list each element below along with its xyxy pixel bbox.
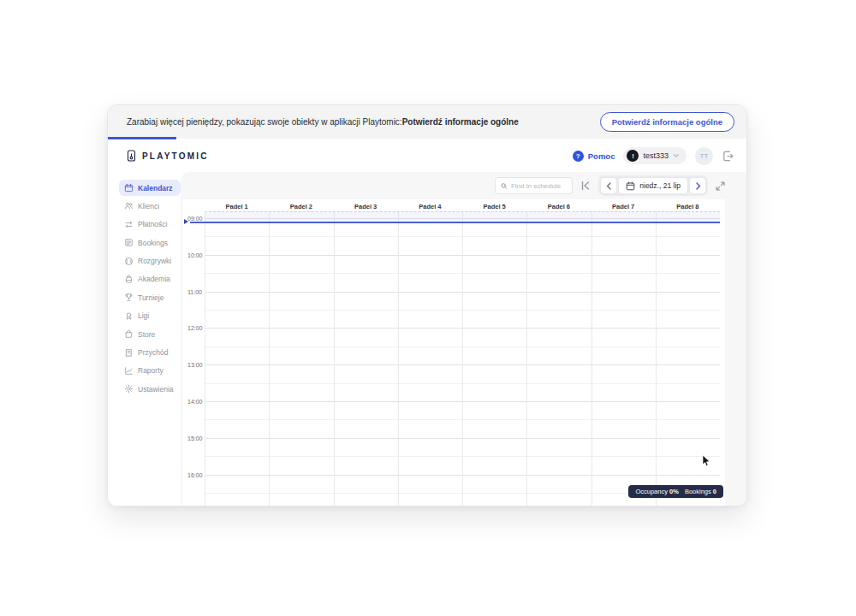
sidebar-item-klienci[interactable]: Klienci [119, 198, 181, 214]
column-gridline [656, 211, 657, 506]
search-icon [501, 182, 508, 190]
current-time-line [190, 222, 720, 223]
sidebar: KalendarzKlienciPłatnościBookingsRozgryw… [108, 172, 181, 506]
account-selector[interactable]: ! test333 [623, 147, 687, 164]
status-badge: Occupancy 0% Bookings 0 [628, 485, 723, 498]
jump-to-now-button[interactable] [580, 181, 591, 191]
reports-icon [124, 366, 134, 376]
playtomic-logo-icon [126, 150, 137, 162]
time-label: 13:00 [187, 362, 205, 368]
time-label: 14:00 [187, 399, 205, 405]
next-day-button[interactable] [690, 178, 705, 193]
logout-button[interactable] [722, 150, 734, 163]
court-header: Padel 7 [591, 199, 656, 211]
page: Zarabiaj więcej pieniędzy, pokazując swo… [0, 0, 856, 616]
sidebar-item-label: Ustawienia [138, 385, 174, 394]
time-label: 09:00 [187, 216, 205, 222]
matches-icon [124, 257, 134, 266]
chevron-right-icon [695, 182, 701, 190]
date-pager: niedz., 21 lip [598, 175, 708, 196]
sidebar-item-kalendarz[interactable]: Kalendarz [119, 180, 181, 196]
revenue-icon [124, 348, 134, 358]
court-header: Padel 1 [205, 199, 269, 211]
sidebar-item-label: Ligi [138, 311, 149, 320]
prev-day-button[interactable] [601, 178, 616, 193]
logout-icon [722, 150, 734, 163]
time-label: 16:00 [187, 471, 205, 477]
store-icon [124, 329, 134, 339]
sidebar-item-ustawienia[interactable]: Ustawienia [119, 381, 181, 397]
brand-name: PLAYTOMIC [142, 151, 209, 161]
sidebar-item-label: Przychód [138, 348, 168, 357]
court-header: Padel 2 [269, 199, 333, 211]
leagues-icon [124, 311, 134, 321]
time-label: 12:00 [187, 325, 205, 331]
expand-icon [716, 181, 725, 191]
sidebar-item-label: Akademia [138, 275, 170, 283]
date-label: niedz., 21 lip [639, 181, 681, 190]
column-gridline [205, 211, 205, 506]
column-gridline [462, 211, 463, 506]
header-actions: ? Pomoc ! test333 TT [573, 147, 734, 165]
banner-message-bold: Potwierdź informacje ogólne [402, 117, 519, 127]
account-name: test333 [643, 151, 669, 160]
sidebar-item-bookings[interactable]: Bookings [119, 234, 181, 251]
search-input[interactable] [511, 182, 567, 190]
court-header: Padel 6 [526, 199, 591, 211]
sidebar-item-turnieje[interactable]: Turnieje [119, 289, 181, 305]
fullscreen-button[interactable] [716, 181, 725, 191]
main-area: niedz., 21 lip Padel 1Padel 2Padel 3Pade… [181, 172, 746, 506]
sidebar-item-label: Bookings [138, 239, 168, 247]
sidebar-item-label: Kalendarz [138, 184, 173, 192]
sidebar-item-label: Klienci [138, 202, 159, 210]
calendar-icon [124, 183, 134, 192]
account-badge-icon: ! [627, 150, 639, 162]
court-header: Padel 8 [656, 199, 720, 211]
sidebar-item-label: Store [138, 330, 155, 339]
help-label: Pomoc [588, 151, 615, 161]
sidebar-item-raporty[interactable]: Raporty [119, 363, 181, 379]
app-body: KalendarzKlienciPłatnościBookingsRozgryw… [108, 172, 746, 506]
tournaments-icon [124, 293, 134, 302]
court-header: Padel 5 [462, 199, 526, 211]
bookings-stat: Bookings 0 [685, 488, 716, 495]
help-button[interactable]: ? Pomoc [573, 151, 615, 162]
time-label: 10:00 [187, 252, 205, 258]
schedule-card: Padel 1Padel 2Padel 3Padel 4Padel 5Padel… [182, 199, 725, 506]
app-header: PLAYTOMIC ? Pomoc ! test333 TT [108, 139, 746, 172]
sidebar-item-store[interactable]: Store [119, 326, 181, 342]
academy-icon [124, 275, 134, 284]
schedule-grid[interactable]: 09:0010:0011:0012:0013:0014:0015:0016:00 [182, 211, 720, 506]
settings-icon [124, 384, 134, 394]
time-label: 15:00 [187, 435, 205, 441]
court-header-row: Padel 1Padel 2Padel 3Padel 4Padel 5Padel… [205, 199, 720, 211]
bookings-icon [124, 238, 134, 247]
sidebar-item-przych-d[interactable]: Przychód [119, 345, 181, 361]
sidebar-item-p-atno-ci[interactable]: Płatności [119, 216, 181, 233]
app-window: Zarabiaj więcej pieniędzy, pokazując swo… [107, 104, 747, 506]
help-icon: ? [573, 151, 584, 162]
brand-logo: PLAYTOMIC [126, 150, 209, 162]
sidebar-item-rozgrywki[interactable]: Rozgrywki [119, 253, 181, 270]
current-time-arrow [184, 219, 188, 224]
occupancy-stat: Occupancy 0% [635, 488, 678, 495]
onboarding-banner: Zarabiaj więcej pieniędzy, pokazując swo… [108, 105, 746, 139]
banner-message: Zarabiaj więcej pieniędzy, pokazując swo… [127, 117, 519, 127]
sidebar-item-label: Raporty [138, 366, 163, 375]
confirm-info-button[interactable]: Potwierdź informacje ogólne [600, 112, 734, 132]
calendar-icon [626, 181, 635, 191]
avatar[interactable]: TT [695, 147, 713, 165]
chevron-left-icon [606, 182, 612, 190]
date-picker-button[interactable]: niedz., 21 lip [619, 178, 687, 193]
column-gridline [334, 211, 335, 506]
skip-to-start-icon [580, 181, 591, 191]
schedule-search[interactable] [495, 177, 573, 194]
sidebar-item-label: Turnieje [138, 293, 163, 302]
sidebar-item-akademia[interactable]: Akademia [119, 271, 181, 287]
column-gridline [398, 211, 399, 506]
sidebar-item-ligi[interactable]: Ligi [119, 308, 181, 324]
chevron-down-icon [673, 153, 680, 158]
column-gridline [591, 211, 592, 506]
past-time-band [205, 211, 720, 222]
calendar-toolbar: niedz., 21 lip [181, 172, 746, 199]
